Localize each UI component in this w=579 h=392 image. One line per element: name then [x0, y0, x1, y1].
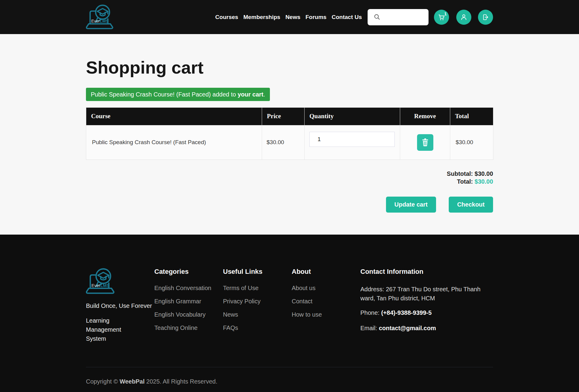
footer-link-faqs[interactable]: FAQs [223, 324, 292, 331]
footer-brand-column: EverLMS Build Once, Use Forever Learning… [86, 268, 154, 343]
footer-useful-links-heading: Useful Links [223, 268, 292, 276]
copyright-prefix: Copyright © [86, 378, 119, 385]
subtotal-line: Subtotal: $30.00 [86, 170, 493, 178]
svg-text:EverLMS: EverLMS [91, 283, 109, 288]
footer-about-column: About About us Contact How to use [292, 268, 360, 343]
notice-suffix: . [264, 91, 265, 98]
col-header-quantity: Quantity [305, 107, 400, 125]
total-line: Total: $30.00 [86, 178, 493, 185]
footer-link-teaching-online[interactable]: Teaching Online [154, 324, 223, 331]
cart-button[interactable]: 1 [434, 10, 449, 25]
cart-item-total: $30.00 [450, 125, 493, 160]
cart-table: Course Price Quantity Remove Total Publi… [86, 107, 493, 160]
cart-item-row: Public Speaking Crash Course! (Fast Pace… [86, 125, 493, 160]
cart-item-price: $30.00 [262, 125, 305, 160]
phone-label: Phone: [360, 309, 381, 316]
subtotal-label: Subtotal: [447, 170, 475, 177]
notice-emphasis: your cart [238, 91, 264, 98]
total-value: $30.00 [475, 178, 493, 185]
footer-contact-column: Contact Information Address: 267 Tran Th… [360, 268, 493, 343]
footer-address: Address: 267 Tran Thu Do street, Phu Tha… [360, 285, 493, 303]
footer-categories-heading: Categories [154, 268, 223, 276]
footer-link-english-grammar[interactable]: English Grammar [154, 298, 223, 305]
email-value: contact@gmail.com [379, 325, 436, 331]
main-nav: Courses Memberships News Forums Contact … [215, 14, 362, 21]
nav-forums[interactable]: Forums [305, 14, 327, 21]
footer-link-contact[interactable]: Contact [292, 298, 360, 305]
footer-categories-column: Categories English Conversation English … [154, 268, 223, 343]
subtotal-value: $30.00 [475, 170, 493, 177]
footer-divider [86, 367, 493, 367]
email-label: Email: [360, 325, 379, 331]
address-label: Address: [360, 286, 386, 292]
svg-text:EverLMS: EverLMS [91, 19, 108, 24]
nav-memberships[interactable]: Memberships [243, 14, 280, 21]
nav-courses[interactable]: Courses [215, 14, 238, 21]
nav-contact-us[interactable]: Contact Us [332, 14, 362, 21]
everlms-logo-icon: EverLMS [86, 4, 114, 30]
search-box[interactable] [368, 9, 429, 25]
footer-link-english-vocabulary[interactable]: English Vocabulary [154, 311, 223, 318]
everlms-footer-logo-icon: EverLMS [86, 268, 115, 295]
cart-item-course-name: Public Speaking Crash Course! (Fast Pace… [86, 125, 262, 160]
phone-value: (+84)-9388-9399-5 [381, 309, 432, 316]
copyright-brand: WeebPal [119, 378, 144, 385]
user-icon [460, 13, 468, 21]
footer-link-how-to-use[interactable]: How to use [292, 311, 360, 318]
added-to-cart-notice: Public Speaking Crash Course! (Fast Pace… [86, 88, 270, 101]
search-icon [374, 14, 381, 21]
footer-subtitle: Learning Management System [86, 316, 137, 343]
site-footer: EverLMS Build Once, Use Forever Learning… [0, 235, 579, 392]
col-header-price: Price [262, 107, 305, 125]
col-header-total: Total [450, 107, 493, 125]
footer-tagline: Build Once, Use Forever [86, 302, 154, 309]
search-input[interactable] [384, 14, 423, 20]
footer-useful-links-column: Useful Links Terms of Use Privacy Policy… [223, 268, 292, 343]
footer-link-about-us[interactable]: About us [292, 285, 360, 292]
cart-count-badge: 1 [444, 12, 447, 16]
footer-email: Email: contact@gmail.com [360, 324, 493, 333]
footer-about-heading: About [292, 268, 360, 276]
footer-link-privacy-policy[interactable]: Privacy Policy [223, 298, 292, 305]
nav-news[interactable]: News [285, 14, 300, 21]
account-button[interactable] [456, 10, 471, 25]
footer-link-news[interactable]: News [223, 311, 292, 318]
page-title: Shopping cart [86, 58, 493, 77]
main-content: Shopping cart Public Speaking Crash Cour… [0, 34, 579, 235]
cart-actions: Update cart Checkout [86, 197, 493, 213]
site-logo[interactable]: EverLMS [86, 4, 114, 30]
trash-icon [421, 138, 429, 147]
footer-link-english-conversation[interactable]: English Conversation [154, 285, 223, 292]
cart-summary: Subtotal: $30.00 Total: $30.00 [86, 170, 493, 185]
total-label: Total: [457, 178, 475, 185]
checkout-button[interactable]: Checkout [449, 197, 493, 213]
logout-button[interactable] [478, 10, 493, 25]
remove-item-button[interactable] [417, 134, 433, 151]
footer-phone: Phone: (+84)-9388-9399-5 [360, 308, 493, 317]
site-header: EverLMS Courses Memberships News Forums … [0, 0, 579, 34]
update-cart-button[interactable]: Update cart [386, 197, 436, 213]
footer-contact-heading: Contact Information [360, 268, 493, 276]
col-header-remove: Remove [400, 107, 450, 125]
cart-table-header-row: Course Price Quantity Remove Total [86, 107, 493, 125]
copyright-text: Copyright © WeebPal 2025. All Rights Res… [86, 378, 493, 385]
footer-link-terms-of-use[interactable]: Terms of Use [223, 285, 292, 292]
col-header-course: Course [86, 107, 262, 125]
copyright-suffix: 2025. All Rights Reserved. [144, 378, 217, 385]
logout-icon [482, 13, 489, 21]
notice-message: Public Speaking Crash Course! (Fast Pace… [91, 91, 238, 98]
quantity-input[interactable] [309, 132, 395, 147]
